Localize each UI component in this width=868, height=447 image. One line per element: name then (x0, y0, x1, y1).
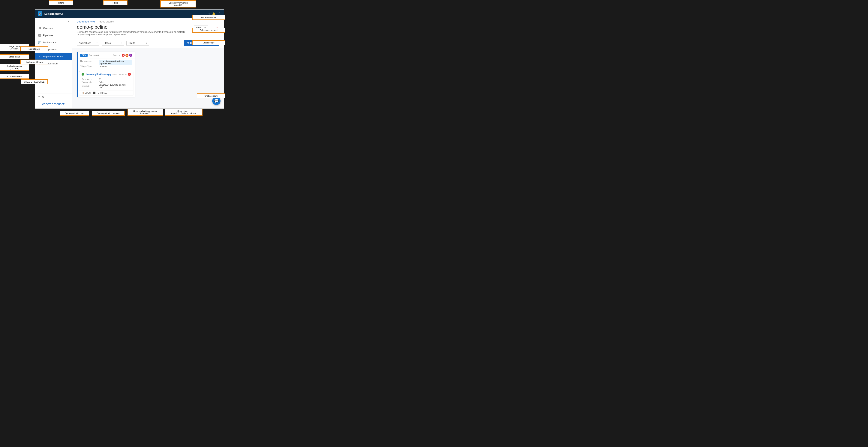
sidebar-item-deployment-flows[interactable]: ≡ Deployment Flows (35, 53, 72, 60)
open-kibana-icon[interactable]: K (129, 54, 132, 57)
pipeline-canvas: DEV (in-cluster) Open In: A G K Namespac… (72, 48, 224, 108)
annotation-filters-left: Filters (49, 0, 73, 5)
open-argo-cd-stage-icon[interactable]: A (122, 54, 125, 57)
app-title: KubeRocketCI (44, 12, 63, 15)
app-created-row: Created: 08/21/2024 15:54:33 (an hour ag… (82, 84, 131, 88)
annotation-open-env-argo: Open environment inArgo CD (160, 0, 196, 7)
app-created-value: 08/21/2024 15:54:33 (an hour ago) (99, 84, 131, 88)
sync-status-icon (99, 78, 101, 80)
breadcrumb-current: demo-pipeline (99, 21, 114, 23)
annotation-deployment-flows: Deployment Flows (20, 60, 48, 64)
annotation-stage-status: Stage status (0, 54, 29, 59)
app-promote-row: To promote: False (82, 81, 131, 83)
breadcrumb-parent[interactable]: Deployment Flows (77, 21, 95, 23)
app-name-link[interactable]: demo-application-qwgg (86, 73, 111, 76)
open-in-label: Open In: (113, 54, 121, 56)
sidebar-bottom: ✏ ⚙ (35, 93, 72, 100)
page-title-block: demo-pipeline Defines the sequence and l… (77, 24, 194, 38)
page-description: Defines the sequence and logic for promo… (77, 31, 194, 36)
logo-icon: 🚀 (38, 11, 42, 16)
sidebar-label-marketplace: Marketplace (43, 41, 57, 44)
app-logo: 🚀 KubeRocketCI (38, 11, 63, 16)
app-promote-value: False (99, 81, 104, 83)
app-open-in-label: Open In: (119, 73, 127, 75)
app-health-icon (82, 73, 84, 76)
terminal-icon: ⬛ (93, 92, 96, 94)
annotation-open-logs: Open application logs (60, 111, 89, 116)
stage-open-in: Open In: A G K (113, 54, 132, 57)
deployment-flows-icon: ≡ (38, 55, 41, 58)
applications-filter-wrap: Applications (77, 41, 99, 45)
app-card-demo: demo-application-qwgg NaN Open In: A Syn… (79, 71, 133, 95)
create-resource-button[interactable]: + CREATE RESOURCE (38, 102, 69, 107)
applications-filter[interactable]: Applications (77, 41, 99, 45)
edit-sidebar-icon[interactable]: ✏ (38, 95, 40, 98)
open-logs-button[interactable]: 📋 LOGS (82, 92, 91, 94)
open-grafana-icon[interactable]: G (125, 54, 128, 57)
annotation-create-resource: CREATE RESOURCE (21, 79, 48, 84)
annotation-app-status: Application status (0, 74, 29, 79)
sidebar-item-pipelines[interactable]: ◫ Pipelines (35, 32, 72, 39)
annotation-marketplace: Marketplace (20, 46, 48, 51)
stage-cluster-label: (in-cluster) (89, 54, 99, 56)
stage-trigger-value: Manual (99, 65, 107, 68)
sidebar-toggle[interactable]: ‹ (35, 18, 72, 25)
app-version: NaN (113, 73, 117, 75)
stages-filter[interactable]: Stages (102, 41, 124, 45)
stages-filter-wrap: Stages (102, 41, 124, 45)
annotation-delete-env: Delete environment (192, 28, 225, 33)
annotation-chat-assistant: Chat assistant (197, 94, 225, 98)
open-argo-cd-app-icon[interactable]: A (128, 73, 131, 76)
sidebar-label-pipelines: Pipelines (43, 34, 53, 37)
stage-card-header: DEV (in-cluster) Open In: A G K (78, 52, 135, 59)
logs-icon: 📋 (82, 92, 84, 94)
page-title: demo-pipeline (77, 24, 194, 30)
annotation-create-stage: Create stage (192, 40, 225, 45)
stage-trigger-row: Trigger Type: Manual (80, 65, 132, 68)
app-open-in: Open In: A (119, 73, 131, 76)
annotation-open-resource: Open application resourcein Argo CD (127, 109, 163, 116)
annotation-open-terminal: Open application terminal (92, 111, 125, 116)
app-sync-row: Sync status: (82, 78, 131, 80)
app-footer: 📋 LOGS ⬛ TERMINAL (79, 90, 133, 95)
stage-namespace-value: edp-delivery-os-dev-demo-pipeline-dev (99, 60, 132, 65)
sidebar-label-overview: Overview (43, 27, 53, 30)
stage-namespace-row: Namespace: edp-delivery-os-dev-demo-pipe… (80, 60, 132, 65)
open-terminal-button[interactable]: ⬛ TERMINAL (93, 92, 107, 94)
sidebar-item-overview[interactable]: ⊞ Overview (35, 25, 72, 32)
app-window: 🚀 KubeRocketCI ℹ 🔔 ⋮ ‹ ⊞ Overview ◫ Pipe… (35, 9, 224, 109)
annotation-app-name: Application name(clickable) (0, 64, 29, 71)
settings-sidebar-icon[interactable]: ⚙ (42, 95, 44, 98)
annotation-filters-right: Filters (103, 0, 127, 5)
health-filter-wrap: Health (126, 41, 149, 45)
annotation-edit-env: Edit environment (192, 15, 225, 20)
stage-meta: Namespace: edp-delivery-os-dev-demo-pipe… (78, 59, 135, 70)
stage-name-badge[interactable]: DEV (80, 54, 88, 57)
annotation-open-stage: Open stage inArgo CD / Grafana / Kibana (165, 109, 203, 116)
sidebar-item-marketplace[interactable]: 🛒 Marketplace (35, 39, 72, 46)
sidebar-label-deployment-flows: Deployment Flows (43, 55, 63, 58)
app-body: Sync status: To promote: False Created: … (79, 77, 133, 90)
health-filter[interactable]: Health (126, 41, 149, 45)
pipelines-icon: ◫ (38, 34, 41, 37)
app-card-header: demo-application-qwgg NaN Open In: A (79, 71, 133, 77)
marketplace-icon: 🛒 (38, 41, 41, 44)
overview-icon: ⊞ (38, 26, 41, 30)
breadcrumb: Deployment Flows / demo-pipeline (77, 21, 219, 23)
stage-card-dev: DEV (in-cluster) Open In: A G K Namespac… (77, 52, 135, 97)
